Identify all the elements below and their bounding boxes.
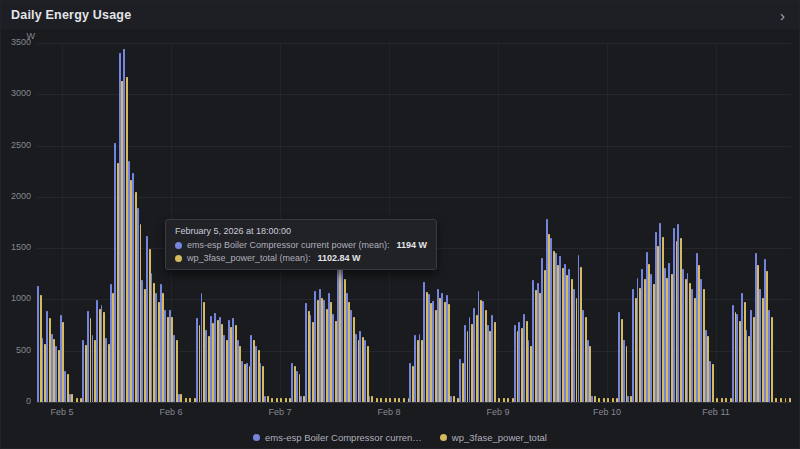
bar-yellow — [462, 363, 464, 402]
bar-blue — [759, 289, 761, 402]
bar-blue — [123, 49, 125, 402]
bar-yellow — [162, 293, 164, 402]
bar-blue — [55, 346, 57, 402]
bar-blue — [736, 314, 738, 402]
bar-yellow — [757, 265, 759, 402]
bar-yellow — [744, 302, 746, 402]
bar-blue — [709, 361, 711, 402]
series-color-icon — [175, 255, 182, 262]
bar-yellow — [476, 315, 478, 402]
series-color-icon — [253, 434, 260, 441]
gridline — [37, 43, 791, 44]
y-tick-label: 2500 — [1, 141, 31, 150]
bar-blue — [350, 310, 352, 402]
bar-yellow — [748, 336, 750, 402]
bar-blue — [582, 310, 584, 402]
bar-blue — [437, 289, 439, 402]
bar-blue — [87, 311, 89, 402]
bar-yellow — [280, 398, 282, 402]
bar-yellow — [626, 346, 628, 402]
bar-blue — [60, 315, 62, 402]
series-color-icon — [440, 434, 447, 441]
bar-yellow — [330, 302, 332, 402]
bar-yellow — [489, 331, 491, 402]
bar-yellow — [271, 398, 273, 402]
bar-yellow — [694, 298, 696, 402]
bar-yellow — [285, 398, 287, 402]
bar-blue — [337, 256, 339, 402]
legend-item-wp-3fase-power-total[interactable]: wp_3fase_power_total — [440, 432, 547, 443]
gridline — [607, 43, 608, 402]
bar-yellow — [494, 322, 496, 402]
bar-blue — [650, 274, 652, 402]
bar-yellow — [539, 293, 541, 402]
bar-yellow — [621, 319, 623, 402]
y-tick-label: 3000 — [1, 89, 31, 98]
bar-yellow — [526, 321, 528, 402]
daily-energy-usage-panel: Daily Energy Usage › W 05001000150020002… — [0, 0, 800, 449]
bar-yellow — [680, 238, 682, 402]
bar-yellow — [426, 292, 428, 402]
bar-yellow — [99, 309, 101, 402]
x-tick-label: Feb 7 — [268, 408, 291, 417]
bar-blue — [92, 335, 94, 402]
legend-item-boiler-compressor[interactable]: ems-esp Boiler Compressor curren… — [253, 432, 422, 443]
bar-yellow — [221, 324, 223, 402]
bar-yellow — [580, 267, 582, 402]
bar-blue — [459, 359, 461, 402]
bar-yellow — [321, 298, 323, 402]
bar-yellow — [685, 279, 687, 402]
bar-blue — [237, 340, 239, 402]
gridline — [37, 94, 791, 95]
bar-yellow — [498, 398, 500, 402]
bar-blue — [250, 335, 252, 402]
bar-blue — [659, 223, 661, 403]
bar-yellow — [49, 318, 51, 402]
bar-blue — [691, 289, 693, 402]
bar-blue — [232, 318, 234, 402]
panel-title[interactable]: Daily Energy Usage — [11, 8, 131, 22]
bar-blue — [314, 291, 316, 402]
bar-blue — [210, 316, 212, 402]
bar-blue — [110, 284, 112, 402]
bar-blue — [559, 256, 561, 402]
bar-yellow — [367, 346, 369, 402]
bar-yellow — [657, 246, 659, 402]
bar-blue — [82, 340, 84, 402]
gridline — [37, 402, 791, 403]
bar-blue — [646, 252, 648, 402]
bar-yellow — [208, 336, 210, 402]
bar-yellow — [121, 81, 123, 402]
bar-blue — [532, 280, 534, 402]
bar-blue — [668, 263, 670, 402]
bar-yellow — [421, 340, 423, 402]
bar-yellow — [548, 234, 550, 402]
bar-blue — [487, 325, 489, 402]
bar-blue — [205, 330, 207, 402]
bar-yellow — [153, 283, 155, 402]
bar-yellow — [753, 317, 755, 402]
bar-blue — [732, 305, 734, 402]
bar-blue — [473, 308, 475, 402]
bar-blue — [464, 325, 466, 402]
chevron-right-icon[interactable]: › — [776, 6, 789, 25]
bar-blue — [423, 282, 425, 402]
bar-yellow — [126, 77, 128, 402]
bar-yellow — [135, 192, 137, 402]
bar-yellow — [648, 264, 650, 402]
bar-yellow — [71, 394, 73, 402]
bar-yellow — [217, 320, 219, 402]
bar-blue — [768, 310, 770, 402]
bar-blue — [632, 289, 634, 402]
bar-yellow — [639, 288, 641, 402]
bar-yellow — [630, 396, 632, 402]
tooltip-row: ems-esp Boiler Compressor current power … — [175, 240, 427, 250]
bar-yellow — [317, 300, 319, 402]
gridline — [37, 146, 791, 147]
bar-yellow — [653, 284, 655, 402]
bar-blue — [37, 286, 39, 402]
bar-yellow — [258, 350, 260, 402]
bar-blue — [42, 338, 44, 402]
bar-blue — [555, 253, 557, 402]
bar-yellow — [435, 310, 437, 402]
